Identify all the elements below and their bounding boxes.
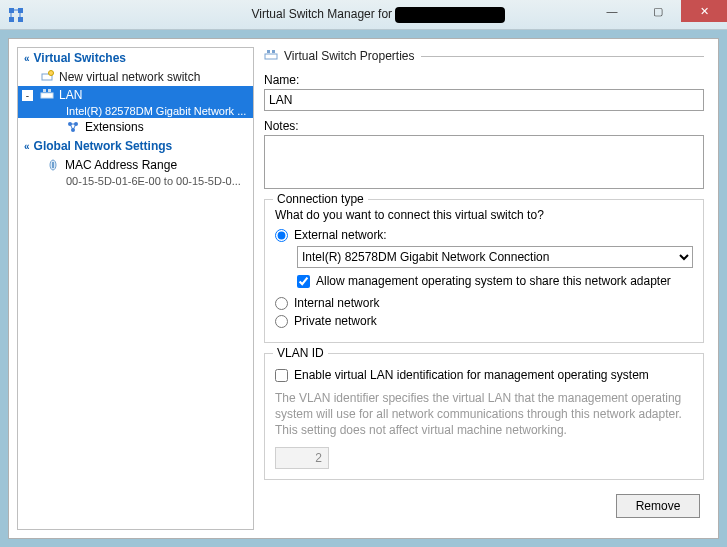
tree-header-label: Virtual Switches [34, 51, 126, 65]
switch-tree: « Virtual Switches New virtual network s… [17, 47, 254, 530]
tree-header-virtual-switches[interactable]: « Virtual Switches [18, 48, 253, 68]
tree-item-label: LAN [59, 88, 82, 102]
svg-rect-2 [9, 17, 14, 22]
tree-item-label: New virtual network switch [59, 70, 200, 84]
minimize-button[interactable]: — [589, 0, 635, 22]
svg-point-8 [49, 71, 54, 76]
close-button[interactable]: ✕ [681, 0, 727, 22]
tree-item-lan[interactable]: - LAN [18, 86, 253, 104]
tree-item-lan-adapter[interactable]: Intel(R) 82578DM Gigabit Network ... [18, 104, 253, 118]
tree-header-global[interactable]: « Global Network Settings [18, 136, 253, 156]
svg-rect-3 [18, 17, 23, 22]
collapse-icon: « [24, 53, 30, 64]
svg-rect-10 [43, 89, 46, 92]
adapter-select[interactable]: Intel(R) 82578DM Gigabit Network Connect… [297, 246, 693, 268]
notes-label: Notes: [264, 119, 704, 133]
vlan-legend: VLAN ID [273, 346, 328, 360]
tree-item-mac-range[interactable]: MAC Address Range [18, 156, 253, 174]
mac-icon [46, 158, 60, 172]
radio-label: Internal network [294, 296, 379, 310]
window-buttons: — ▢ ✕ [589, 0, 727, 22]
radio-internal[interactable]: Internal network [275, 296, 693, 310]
svg-rect-18 [267, 50, 270, 53]
redacted-hostname [395, 7, 505, 23]
properties-header-label: Virtual Switch Properties [284, 49, 415, 63]
window-title-text: Virtual Switch Manager for [252, 7, 393, 21]
connection-type-legend: Connection type [273, 192, 368, 206]
notes-input[interactable] [264, 135, 704, 189]
switch-icon [264, 49, 278, 63]
switch-icon [40, 88, 54, 102]
button-row: Remove [264, 494, 704, 518]
checkbox-label: Enable virtual LAN identification for ma… [294, 368, 649, 382]
properties-header: Virtual Switch Properties [264, 49, 704, 63]
extensions-icon [66, 120, 80, 134]
radio-external[interactable]: External network: [275, 228, 693, 242]
radio-internal-input[interactable] [275, 297, 288, 310]
svg-rect-19 [272, 50, 275, 53]
svg-rect-0 [9, 8, 14, 13]
svg-rect-17 [265, 54, 277, 59]
external-options: Intel(R) 82578DM Gigabit Network Connect… [297, 246, 693, 288]
collapse-toggle[interactable]: - [22, 90, 33, 101]
connection-type-group: Connection type What do you want to conn… [264, 199, 704, 343]
vlan-enable-row[interactable]: Enable virtual LAN identification for ma… [275, 368, 693, 382]
tree-header-label: Global Network Settings [34, 139, 173, 153]
radio-private[interactable]: Private network [275, 314, 693, 328]
checkbox-label: Allow management operating system to sha… [316, 274, 671, 288]
vlan-group: VLAN ID Enable virtual LAN identificatio… [264, 353, 704, 480]
allow-mgmt-checkbox[interactable] [297, 275, 310, 288]
remove-button[interactable]: Remove [616, 494, 700, 518]
allow-mgmt-row[interactable]: Allow management operating system to sha… [297, 274, 693, 288]
tree-item-label: Extensions [85, 120, 144, 134]
name-input[interactable] [264, 89, 704, 111]
tree-item-mac-range-value: 00-15-5D-01-6E-00 to 00-15-5D-0... [18, 174, 253, 188]
new-switch-icon [40, 70, 54, 84]
maximize-button[interactable]: ▢ [635, 0, 681, 22]
svg-rect-9 [41, 93, 53, 98]
titlebar: Virtual Switch Manager for — ▢ ✕ [0, 0, 727, 30]
vlan-description: The VLAN identifier specifies the virtua… [275, 390, 693, 439]
tree-sub-label: Intel(R) 82578DM Gigabit Network ... [66, 105, 246, 117]
properties-pane: Virtual Switch Properties Name: Notes: C… [264, 47, 710, 530]
radio-private-input[interactable] [275, 315, 288, 328]
content-area: « Virtual Switches New virtual network s… [8, 38, 719, 539]
collapse-icon: « [24, 141, 30, 152]
window: Virtual Switch Manager for — ▢ ✕ « Virtu… [0, 0, 727, 547]
tree-sub-label: 00-15-5D-01-6E-00 to 00-15-5D-0... [66, 175, 241, 187]
header-divider [421, 56, 705, 57]
svg-rect-11 [48, 89, 51, 92]
svg-rect-16 [52, 162, 54, 168]
svg-rect-1 [18, 8, 23, 13]
connection-question: What do you want to connect this virtual… [275, 208, 693, 222]
tree-item-label: MAC Address Range [65, 158, 177, 172]
tree-item-extensions[interactable]: Extensions [18, 118, 253, 136]
radio-label: External network: [294, 228, 387, 242]
vlan-id-input [275, 447, 329, 469]
vlan-enable-checkbox[interactable] [275, 369, 288, 382]
name-label: Name: [264, 73, 704, 87]
app-icon [8, 7, 24, 23]
tree-item-new-switch[interactable]: New virtual network switch [18, 68, 253, 86]
radio-external-input[interactable] [275, 229, 288, 242]
radio-label: Private network [294, 314, 377, 328]
